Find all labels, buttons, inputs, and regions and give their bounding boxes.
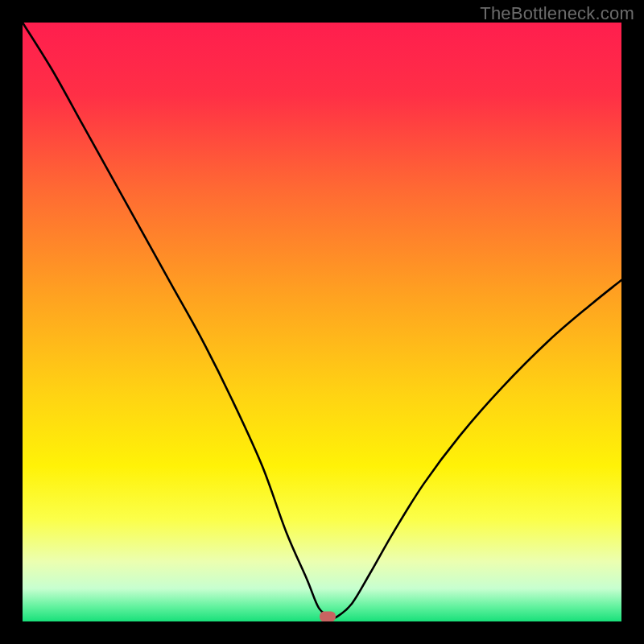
- optimal-point-marker: [320, 612, 336, 621]
- bottleneck-curve: [23, 23, 621, 621]
- plot-area: [23, 23, 621, 621]
- watermark-label: TheBottleneck.com: [480, 3, 634, 24]
- chart-frame: TheBottleneck.com: [0, 0, 644, 644]
